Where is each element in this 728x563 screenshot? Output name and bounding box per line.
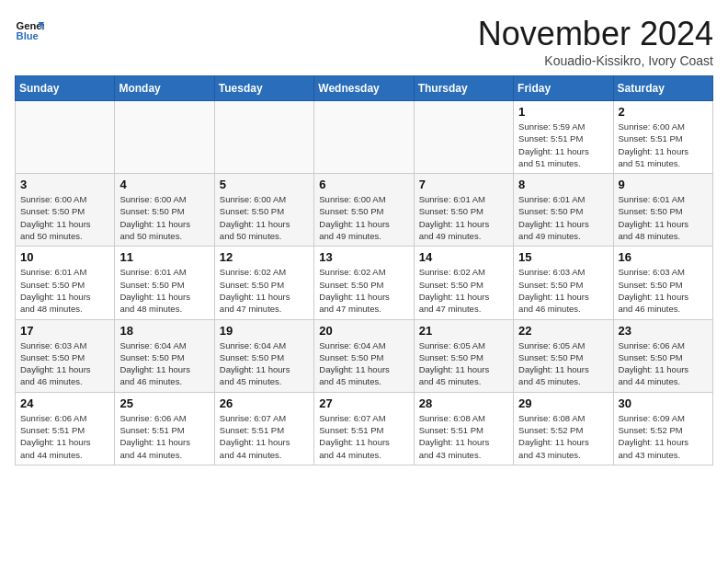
day-cell-23: 23Sunrise: 6:06 AM Sunset: 5:50 PM Dayli… <box>613 319 712 392</box>
weekday-header-tuesday: Tuesday <box>214 76 313 101</box>
day-number: 8 <box>518 178 608 191</box>
day-info: Sunrise: 6:02 AM Sunset: 5:50 PM Dayligh… <box>319 266 408 315</box>
day-info: Sunrise: 6:01 AM Sunset: 5:50 PM Dayligh… <box>518 193 608 242</box>
day-cell-29: 29Sunrise: 6:08 AM Sunset: 5:52 PM Dayli… <box>514 392 613 465</box>
day-number: 1 <box>518 105 608 119</box>
weekday-header-sunday: Sunday <box>16 76 115 101</box>
title-section: November 2024 Kouadio-Kissikro, Ivory Co… <box>478 15 713 68</box>
day-cell-28: 28Sunrise: 6:08 AM Sunset: 5:51 PM Dayli… <box>414 392 513 465</box>
day-info: Sunrise: 6:04 AM Sunset: 5:50 PM Dayligh… <box>319 339 408 388</box>
calendar-table: SundayMondayTuesdayWednesdayThursdayFrid… <box>15 75 713 465</box>
day-cell-9: 9Sunrise: 6:01 AM Sunset: 5:50 PM Daylig… <box>613 174 712 247</box>
day-number: 3 <box>20 178 109 191</box>
day-info: Sunrise: 6:06 AM Sunset: 5:50 PM Dayligh… <box>619 339 708 388</box>
day-number: 28 <box>419 396 508 410</box>
day-info: Sunrise: 6:01 AM Sunset: 5:50 PM Dayligh… <box>619 193 708 242</box>
week-row-1: 1Sunrise: 5:59 AM Sunset: 5:51 PM Daylig… <box>16 101 713 174</box>
weekday-header-row: SundayMondayTuesdayWednesdayThursdayFrid… <box>16 76 713 101</box>
day-number: 5 <box>220 178 309 191</box>
day-number: 12 <box>220 250 309 264</box>
day-number: 13 <box>319 250 408 264</box>
day-number: 6 <box>319 178 408 191</box>
day-number: 20 <box>319 324 408 338</box>
day-cell-13: 13Sunrise: 6:02 AM Sunset: 5:50 PM Dayli… <box>314 247 414 319</box>
day-cell-15: 15Sunrise: 6:03 AM Sunset: 5:50 PM Dayli… <box>514 247 613 319</box>
day-info: Sunrise: 6:01 AM Sunset: 5:50 PM Dayligh… <box>419 193 508 242</box>
week-row-2: 3Sunrise: 6:00 AM Sunset: 5:50 PM Daylig… <box>16 174 713 247</box>
day-number: 15 <box>518 250 608 264</box>
day-cell-30: 30Sunrise: 6:09 AM Sunset: 5:52 PM Dayli… <box>613 392 712 465</box>
weekday-header-friday: Friday <box>514 76 613 101</box>
empty-cell <box>214 101 313 174</box>
day-cell-5: 5Sunrise: 6:00 AM Sunset: 5:50 PM Daylig… <box>214 174 313 247</box>
day-number: 30 <box>619 396 708 410</box>
day-info: Sunrise: 6:01 AM Sunset: 5:50 PM Dayligh… <box>20 266 109 315</box>
week-row-3: 10Sunrise: 6:01 AM Sunset: 5:50 PM Dayli… <box>16 247 713 319</box>
day-number: 11 <box>119 250 209 264</box>
weekday-header-wednesday: Wednesday <box>314 76 414 101</box>
day-number: 2 <box>619 105 708 119</box>
empty-cell <box>314 101 414 174</box>
page-header: General Blue November 2024 Kouadio-Kissi… <box>15 15 713 68</box>
day-cell-24: 24Sunrise: 6:06 AM Sunset: 5:51 PM Dayli… <box>16 392 115 465</box>
day-cell-4: 4Sunrise: 6:00 AM Sunset: 5:50 PM Daylig… <box>115 174 214 247</box>
day-cell-10: 10Sunrise: 6:01 AM Sunset: 5:50 PM Dayli… <box>16 247 115 319</box>
day-number: 7 <box>419 178 508 191</box>
day-number: 17 <box>20 324 109 338</box>
day-number: 23 <box>619 324 708 338</box>
location: Kouadio-Kissikro, Ivory Coast <box>478 53 713 68</box>
day-number: 14 <box>419 250 508 264</box>
day-cell-7: 7Sunrise: 6:01 AM Sunset: 5:50 PM Daylig… <box>414 174 513 247</box>
week-row-5: 24Sunrise: 6:06 AM Sunset: 5:51 PM Dayli… <box>16 392 713 465</box>
day-cell-20: 20Sunrise: 6:04 AM Sunset: 5:50 PM Dayli… <box>314 319 414 392</box>
day-number: 9 <box>619 178 708 191</box>
month-title: November 2024 <box>478 15 713 53</box>
day-info: Sunrise: 5:59 AM Sunset: 5:51 PM Dayligh… <box>518 121 608 169</box>
day-number: 4 <box>119 178 209 191</box>
day-cell-14: 14Sunrise: 6:02 AM Sunset: 5:50 PM Dayli… <box>414 247 513 319</box>
day-info: Sunrise: 6:00 AM Sunset: 5:50 PM Dayligh… <box>119 193 209 242</box>
day-number: 18 <box>119 324 209 338</box>
day-info: Sunrise: 6:05 AM Sunset: 5:50 PM Dayligh… <box>518 339 608 388</box>
day-info: Sunrise: 6:04 AM Sunset: 5:50 PM Dayligh… <box>220 339 309 388</box>
day-info: Sunrise: 6:01 AM Sunset: 5:50 PM Dayligh… <box>119 266 209 315</box>
day-info: Sunrise: 6:00 AM Sunset: 5:51 PM Dayligh… <box>619 121 708 169</box>
day-info: Sunrise: 6:03 AM Sunset: 5:50 PM Dayligh… <box>20 339 109 388</box>
day-cell-1: 1Sunrise: 5:59 AM Sunset: 5:51 PM Daylig… <box>514 101 613 174</box>
day-cell-16: 16Sunrise: 6:03 AM Sunset: 5:50 PM Dayli… <box>613 247 712 319</box>
empty-cell <box>115 101 214 174</box>
day-info: Sunrise: 6:09 AM Sunset: 5:52 PM Dayligh… <box>619 412 708 461</box>
day-cell-27: 27Sunrise: 6:07 AM Sunset: 5:51 PM Dayli… <box>314 392 414 465</box>
day-info: Sunrise: 6:05 AM Sunset: 5:50 PM Dayligh… <box>419 339 508 388</box>
day-info: Sunrise: 6:03 AM Sunset: 5:50 PM Dayligh… <box>619 266 708 315</box>
day-cell-8: 8Sunrise: 6:01 AM Sunset: 5:50 PM Daylig… <box>514 174 613 247</box>
day-info: Sunrise: 6:04 AM Sunset: 5:50 PM Dayligh… <box>119 339 209 388</box>
day-info: Sunrise: 6:06 AM Sunset: 5:51 PM Dayligh… <box>20 412 109 461</box>
day-cell-26: 26Sunrise: 6:07 AM Sunset: 5:51 PM Dayli… <box>214 392 313 465</box>
svg-text:General: General <box>17 20 44 31</box>
svg-text:Blue: Blue <box>17 30 39 41</box>
day-number: 29 <box>518 396 608 410</box>
day-info: Sunrise: 6:07 AM Sunset: 5:51 PM Dayligh… <box>319 412 408 461</box>
day-number: 26 <box>220 396 309 410</box>
day-cell-18: 18Sunrise: 6:04 AM Sunset: 5:50 PM Dayli… <box>115 319 214 392</box>
day-info: Sunrise: 6:03 AM Sunset: 5:50 PM Dayligh… <box>518 266 608 315</box>
day-info: Sunrise: 6:00 AM Sunset: 5:50 PM Dayligh… <box>20 193 109 242</box>
day-info: Sunrise: 6:08 AM Sunset: 5:51 PM Dayligh… <box>419 412 508 461</box>
day-cell-17: 17Sunrise: 6:03 AM Sunset: 5:50 PM Dayli… <box>16 319 115 392</box>
day-cell-25: 25Sunrise: 6:06 AM Sunset: 5:51 PM Dayli… <box>115 392 214 465</box>
weekday-header-thursday: Thursday <box>414 76 513 101</box>
day-number: 21 <box>419 324 508 338</box>
day-cell-6: 6Sunrise: 6:00 AM Sunset: 5:50 PM Daylig… <box>314 174 414 247</box>
day-info: Sunrise: 6:08 AM Sunset: 5:52 PM Dayligh… <box>518 412 608 461</box>
day-number: 25 <box>119 396 209 410</box>
day-number: 16 <box>619 250 708 264</box>
day-number: 10 <box>20 250 109 264</box>
day-info: Sunrise: 6:06 AM Sunset: 5:51 PM Dayligh… <box>119 412 209 461</box>
weekday-header-saturday: Saturday <box>613 76 712 101</box>
day-cell-11: 11Sunrise: 6:01 AM Sunset: 5:50 PM Dayli… <box>115 247 214 319</box>
logo: General Blue <box>15 15 44 44</box>
day-number: 19 <box>220 324 309 338</box>
day-info: Sunrise: 6:02 AM Sunset: 5:50 PM Dayligh… <box>419 266 508 315</box>
week-row-4: 17Sunrise: 6:03 AM Sunset: 5:50 PM Dayli… <box>16 319 713 392</box>
